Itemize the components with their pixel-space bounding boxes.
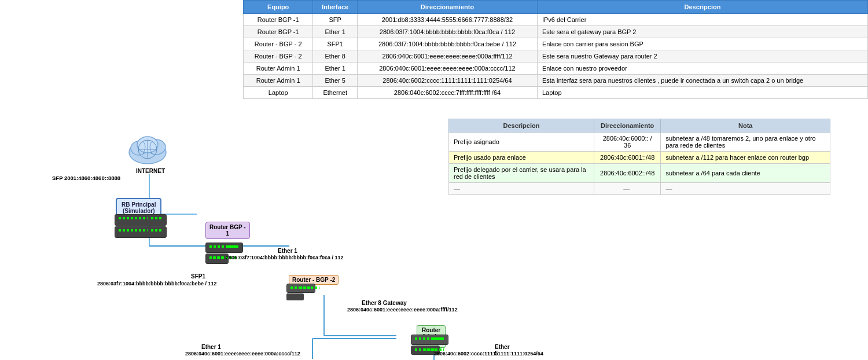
ether1-admin-iface-label: Ether 1 bbox=[201, 344, 221, 350]
bottom-table-container: Descripcion Direccionamiento Nota Prefij… bbox=[448, 119, 830, 195]
table-cell: Este sera nuestro Gateway para router 2 bbox=[537, 50, 867, 63]
ether1-bgp1-addr-label: 2806:03f7:1004:bbbb:bbbb:bbbb:f0ca:f0ca … bbox=[226, 255, 344, 260]
table-cell: 2806:040c:6001:eeee:eeee:eeee:000a:cccc/… bbox=[358, 63, 538, 75]
internet-icon bbox=[124, 132, 171, 168]
table-cell: 2001:db8:3333:4444:5555:6666:7777:8888/3… bbox=[358, 14, 538, 26]
ether5-addr-label: 2806:40c:6002:cccc:1111:1111:1111:0254/6… bbox=[434, 351, 543, 357]
ether8-addr-label: 2806:040c:6001:eeee:eeee:eeee:000a:ffff/… bbox=[347, 307, 458, 313]
router-bgp1-label2: 1 bbox=[209, 230, 246, 237]
table-cell: subnetear a /48 tomaremos 2, uno para en… bbox=[661, 133, 830, 152]
router-bgp1-icon bbox=[205, 243, 243, 264]
network-diagram: INTERNET SFP 2001:4860:4860::8888 RB Pri… bbox=[0, 75, 440, 360]
table-cell: 2806:40c:6000:: / 36 bbox=[594, 133, 661, 152]
table-cell: Enlace con carrier para sesion BGP bbox=[537, 38, 867, 50]
table-cell: IPv6 del Carrier bbox=[537, 14, 867, 26]
table-cell: Ether 1 bbox=[313, 26, 358, 38]
table-cell: 2806:040c:6001:eeee:eeee:eeee:000a:ffff/… bbox=[358, 50, 538, 63]
internet-label: INTERNET bbox=[127, 168, 174, 174]
table-cell: — bbox=[594, 183, 661, 195]
rb-principal-line1: RB Principal bbox=[122, 201, 156, 208]
table-cell: Router - BGP - 2 bbox=[244, 38, 313, 50]
table-row: Router BGP -1Ether 12806:03f7:1004:bbbb:… bbox=[244, 26, 868, 38]
table-row: Router Admin 1Ether 12806:040c:6001:eeee… bbox=[244, 63, 868, 75]
diagram-lines bbox=[0, 75, 440, 360]
table-cell: Router Admin 1 bbox=[244, 63, 313, 75]
table-row: Router - BGP - 2Ether 82806:040c:6001:ee… bbox=[244, 50, 868, 63]
table-row: Prefijo asignado2806:40c:6000:: / 36subn… bbox=[449, 133, 830, 152]
table-cell: Este sera el gateway para BGP 2 bbox=[537, 26, 867, 38]
router-bgp2-icon bbox=[286, 284, 315, 300]
table-cell: Ether 1 bbox=[313, 63, 358, 75]
internet-sfp-label: SFP 2001:4860:4860::8888 bbox=[52, 175, 120, 181]
rb-principal-line2: (Simulador) bbox=[122, 208, 156, 214]
table-cell: Router BGP -1 bbox=[244, 26, 313, 38]
sfp1-addr-label: 2806:03f7:1004:bbbb:bbbb:bbbb:f0ca:bebe … bbox=[97, 281, 217, 286]
table-cell: Esta interfaz sera para nuestros cliente… bbox=[537, 75, 867, 87]
router-bgp2-label: Router - BGP -2 bbox=[292, 277, 335, 283]
table-cell: Prefijo usado para enlace bbox=[449, 152, 594, 164]
table-row: Router BGP -1SFP2001:db8:3333:4444:5555:… bbox=[244, 14, 868, 26]
col-header-interface: Interface bbox=[313, 1, 358, 14]
col-header-descripcion: Descripcion bbox=[537, 1, 867, 14]
bottom-table: Descripcion Direccionamiento Nota Prefij… bbox=[448, 119, 830, 195]
bottom-col-header-dir: Direccionamiento bbox=[594, 119, 661, 133]
table-cell: subnetear a /64 para cada cliente bbox=[661, 164, 830, 183]
table-cell: Router - BGP - 2 bbox=[244, 50, 313, 63]
table-cell: — bbox=[661, 183, 830, 195]
col-header-direccionamiento: Direccionamiento bbox=[358, 1, 538, 14]
rb-principal-router-icon bbox=[115, 214, 167, 238]
table-cell: 2806:40c:6001::/48 bbox=[594, 152, 661, 164]
table-cell: 2806:03f7:1004:bbbb:bbbb:bbbb:f0ca:bebe … bbox=[358, 38, 538, 50]
bottom-col-header-nota: Nota bbox=[661, 119, 830, 133]
table-cell: Ether 8 bbox=[313, 50, 358, 63]
router-bgp1-label: Router BGP - bbox=[209, 224, 246, 230]
table-row: Router - BGP - 2SFP12806:03f7:1004:bbbb:… bbox=[244, 38, 868, 50]
table-cell: Router BGP -1 bbox=[244, 14, 313, 26]
table-cell: subnetear a /112 para hacer enlace con r… bbox=[661, 152, 830, 164]
table-row: Prefijo delegado por el carrier, se usar… bbox=[449, 164, 830, 183]
table-cell: — bbox=[449, 183, 594, 195]
table-cell: SFP1 bbox=[313, 38, 358, 50]
col-header-equipo: Equipo bbox=[244, 1, 313, 14]
table-row: ——— bbox=[449, 183, 830, 195]
ether8-iface-label: Ether 8 Gateway bbox=[362, 300, 407, 306]
sfp1-label: SFP1 bbox=[191, 273, 205, 280]
ether1-bgp1-iface-label: Ether 1 bbox=[278, 248, 297, 254]
table-cell: SFP bbox=[313, 14, 358, 26]
ether1-admin-addr-label: 2806:040c:6001:eeee:eeee:eeee:000a:cccc/… bbox=[185, 351, 300, 357]
table-cell: Laptop bbox=[537, 87, 867, 99]
table-cell: Prefijo delegado por el carrier, se usar… bbox=[449, 164, 594, 183]
table-cell: 2806:03f7:1004:bbbb:bbbb:bbbb:f0ca:f0ca … bbox=[358, 26, 538, 38]
table-cell: Prefijo asignado bbox=[449, 133, 594, 152]
table-cell: Enlace con nuestro proveedor bbox=[537, 63, 867, 75]
bottom-col-header-desc: Descripcion bbox=[449, 119, 594, 133]
table-cell: 2806:40c:6002::/48 bbox=[594, 164, 661, 183]
table-row: Prefijo usado para enlace2806:40c:6001::… bbox=[449, 152, 830, 164]
router-bgp1-box: Router BGP - 1 bbox=[205, 222, 250, 239]
